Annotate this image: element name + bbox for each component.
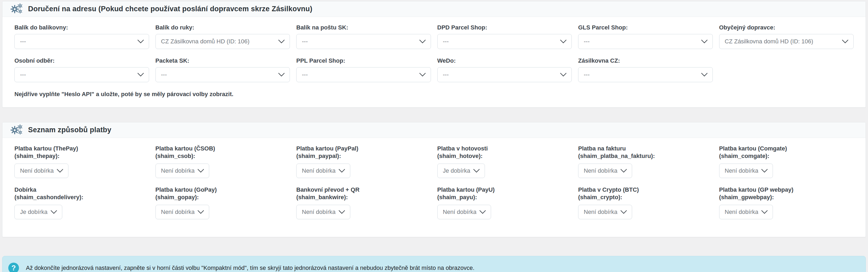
chevron-down-icon bbox=[419, 39, 426, 44]
chevron-down-icon bbox=[57, 169, 63, 173]
select-value: Není dobírka bbox=[161, 209, 195, 216]
payment-name-label: Platba kartou (ThePay) bbox=[14, 145, 149, 152]
payment-name-label: Platba kartou (PayPal) bbox=[296, 145, 431, 152]
select-value: Je dobírka bbox=[20, 209, 48, 216]
delivery-field: PPL Parcel Shop:--- bbox=[296, 57, 431, 82]
delivery-fields-grid: Balík do balikovny:--- Balík do ruky:CZ … bbox=[14, 24, 854, 90]
field-label: Obyčejný dopravce: bbox=[719, 24, 854, 31]
select-value: CZ Zásilkovna domů HD (ID: 106) bbox=[161, 38, 250, 45]
dropdown-select[interactable]: Není dobírka bbox=[578, 164, 632, 178]
select-value: --- bbox=[584, 71, 590, 78]
chevron-down-icon bbox=[701, 39, 708, 44]
payment-field: Dobírka(shaim_cashondelivery):Je dobírka bbox=[14, 186, 149, 219]
dropdown-select[interactable]: Není dobírka bbox=[578, 205, 632, 219]
dropdown-select[interactable]: --- bbox=[296, 34, 431, 49]
select-value: Není dobírka bbox=[161, 167, 195, 174]
delivery-field: Osobní odběr:--- bbox=[14, 57, 149, 82]
dropdown-select[interactable]: Není dobírka bbox=[296, 205, 350, 219]
field-label: Balík na poštu SK: bbox=[296, 24, 431, 31]
select-value: --- bbox=[584, 38, 590, 45]
delivery-field: Zásilkovna CZ:--- bbox=[578, 57, 713, 82]
payments-section-title: Seznam způsobů platby bbox=[28, 126, 112, 134]
dropdown-select[interactable]: CZ Zásilkovna domů HD (ID: 106) bbox=[155, 34, 290, 49]
dropdown-select[interactable]: Není dobírka bbox=[155, 164, 210, 178]
payment-field: Platba kartou (GP webpay)(shaim_gpwebpay… bbox=[719, 186, 854, 219]
select-value: Není dobírka bbox=[584, 209, 617, 216]
chevron-down-icon bbox=[620, 169, 627, 173]
field-label: Balík do ruky: bbox=[155, 24, 290, 31]
payments-section-header: Seznam způsobů platby bbox=[2, 123, 866, 138]
payment-name-label: Platba kartou (Comgate) bbox=[719, 145, 854, 152]
payment-field: Platba kartou (PayPal)(shaim_paypal):Nen… bbox=[296, 145, 431, 178]
dropdown-select[interactable]: --- bbox=[437, 67, 572, 82]
dropdown-select[interactable]: Není dobírka bbox=[437, 205, 491, 219]
payment-name-label: Platba na fakturu bbox=[578, 145, 713, 152]
payment-code-label: (shaim_platba_na_fakturu): bbox=[578, 152, 713, 160]
dropdown-select[interactable]: Je dobírka bbox=[437, 164, 485, 178]
select-value: --- bbox=[302, 71, 308, 78]
dropdown-select[interactable]: --- bbox=[578, 67, 713, 82]
chevron-down-icon bbox=[473, 169, 480, 173]
select-value: Není dobírka bbox=[302, 167, 336, 174]
delivery-field: GLS Parcel Shop:--- bbox=[578, 24, 713, 49]
field-label: Packeta SK: bbox=[155, 57, 290, 64]
payment-name-label: Bankovní převod + QR bbox=[296, 186, 431, 194]
chevron-down-icon bbox=[761, 210, 768, 214]
field-label: WeDo: bbox=[437, 57, 572, 64]
payment-field: Platba kartou (PayU)(shaim_payu):Není do… bbox=[437, 186, 572, 219]
select-value: CZ Zásilkovna domů HD (ID: 106) bbox=[725, 38, 813, 45]
chevron-down-icon bbox=[842, 39, 848, 44]
field-label: Zásilkovna CZ: bbox=[578, 57, 713, 64]
delivery-field: Packeta SK:--- bbox=[155, 57, 290, 82]
dropdown-select[interactable]: --- bbox=[578, 34, 713, 49]
gears-icon bbox=[10, 124, 24, 136]
delivery-field: Balík do balikovny:--- bbox=[14, 24, 149, 49]
dropdown-select[interactable]: --- bbox=[437, 34, 572, 49]
dropdown-select[interactable]: --- bbox=[14, 67, 149, 82]
delivery-field: DPD Parcel Shop:--- bbox=[437, 24, 572, 49]
payment-code-label: (shaim_comgate): bbox=[719, 152, 854, 160]
field-label: PPL Parcel Shop: bbox=[296, 57, 431, 64]
field-label: DPD Parcel Shop: bbox=[437, 24, 572, 31]
payment-name-label: Dobírka bbox=[14, 186, 149, 194]
delivery-field: Balík na poštu SK:--- bbox=[296, 24, 431, 49]
dropdown-select[interactable]: --- bbox=[14, 34, 149, 49]
payment-field: Platba v Crypto (BTC)(shaim_crypto):Není… bbox=[578, 186, 713, 219]
chevron-down-icon bbox=[620, 210, 627, 214]
select-value: --- bbox=[161, 71, 167, 78]
select-value: Není dobírka bbox=[20, 167, 54, 174]
chevron-down-icon bbox=[51, 210, 57, 214]
field-label: GLS Parcel Shop: bbox=[578, 24, 713, 31]
dropdown-select[interactable]: Je dobírka bbox=[14, 205, 62, 219]
select-value: --- bbox=[443, 38, 449, 45]
dropdown-select[interactable]: Není dobírka bbox=[719, 164, 773, 178]
delivery-section-title: Doručení na adresu (Pokud chcete používa… bbox=[28, 5, 312, 13]
select-value: --- bbox=[20, 71, 26, 78]
payment-name-label: Platba kartou (ČSOB) bbox=[155, 145, 290, 152]
select-value: Je dobírka bbox=[443, 167, 470, 174]
select-value: Není dobírka bbox=[725, 167, 758, 174]
delivery-section-header: Doručení na adresu (Pokud chcete používa… bbox=[2, 1, 866, 17]
chevron-down-icon bbox=[278, 73, 285, 77]
payment-field: Bankovní převod + QR(shaim_bankwire):Nen… bbox=[296, 186, 431, 219]
select-value: --- bbox=[302, 38, 308, 45]
chevron-down-icon bbox=[560, 39, 567, 44]
dropdown-select[interactable]: Není dobírka bbox=[155, 205, 210, 219]
dropdown-select[interactable]: Není dobírka bbox=[296, 164, 350, 178]
payment-field: Platba na fakturu(shaim_platba_na_faktur… bbox=[578, 145, 713, 178]
dropdown-select[interactable]: CZ Zásilkovna domů HD (ID: 106) bbox=[719, 34, 854, 49]
question-icon[interactable]: ? bbox=[8, 263, 19, 272]
payment-code-label: (shaim_thepay): bbox=[14, 152, 149, 160]
dropdown-select[interactable]: --- bbox=[296, 67, 431, 82]
dropdown-select[interactable]: --- bbox=[155, 67, 290, 82]
delivery-section: Doručení na adresu (Pokud chcete používa… bbox=[2, 1, 866, 108]
payment-code-label: (shaim_bankwire): bbox=[296, 194, 431, 201]
select-value: Není dobírka bbox=[302, 209, 336, 216]
dropdown-select[interactable]: Není dobírka bbox=[719, 205, 773, 219]
dropdown-select[interactable]: Není dobírka bbox=[14, 164, 68, 178]
chevron-down-icon bbox=[197, 210, 204, 214]
api-password-note: Nejdříve vyplňte "Heslo API" a uložte, p… bbox=[14, 91, 854, 98]
payment-code-label: (shaim_crypto): bbox=[578, 194, 713, 201]
field-label: Osobní odběr: bbox=[14, 57, 149, 64]
payment-name-label: Platba v Crypto (BTC) bbox=[578, 186, 713, 194]
